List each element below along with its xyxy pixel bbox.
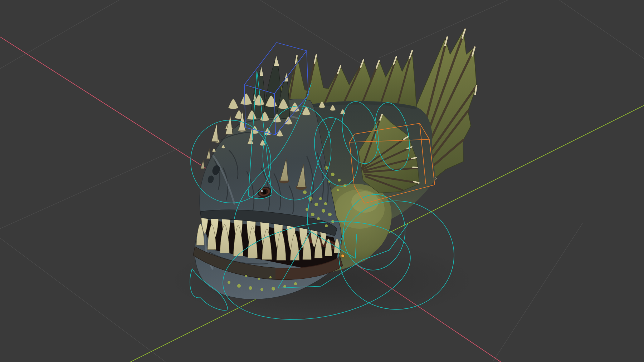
viewport-3d[interactable] [0, 0, 644, 362]
green-spot [269, 276, 272, 278]
green-spot [314, 203, 318, 206]
green-spot [338, 179, 341, 182]
green-spot [294, 282, 297, 285]
green-spot [325, 224, 328, 227]
green-spot [245, 275, 247, 277]
green-spot [337, 189, 339, 191]
green-spot [322, 209, 325, 213]
green-spot [328, 213, 332, 216]
green-spot [249, 286, 252, 290]
green-spot [228, 281, 230, 284]
green-spot [331, 173, 335, 176]
green-spot [324, 202, 327, 205]
green-spot [237, 284, 241, 288]
green-spot [260, 288, 263, 291]
green-spot [272, 287, 275, 291]
green-spot [258, 278, 260, 280]
object-origin-point [341, 254, 345, 258]
green-spot [311, 213, 314, 216]
origin-layer [341, 254, 345, 258]
green-spot [303, 190, 307, 194]
green-spot [317, 217, 320, 220]
